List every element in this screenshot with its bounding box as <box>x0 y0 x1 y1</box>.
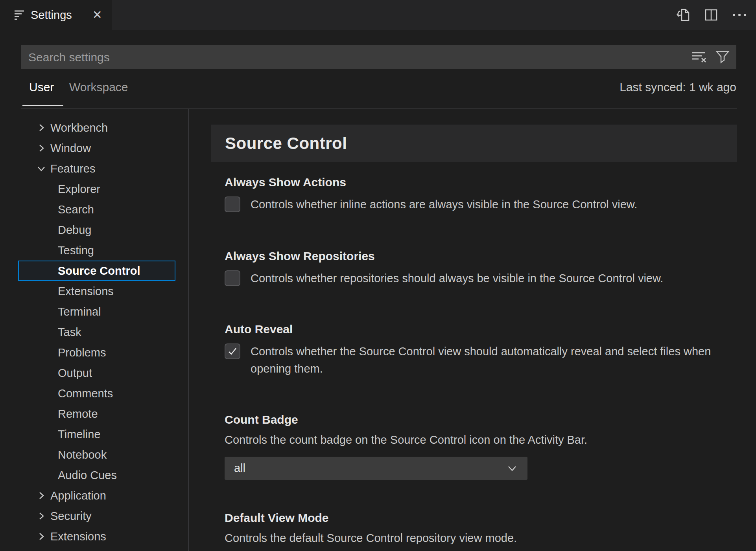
chevron-right-icon <box>36 490 46 501</box>
setting-default-view-mode: Default View Mode Controls the default S… <box>225 511 737 546</box>
setting-title: Always Show Repositories <box>225 249 737 263</box>
chevron-right-icon <box>36 143 46 153</box>
setting-always-show-actions: Always Show Actions Controls whether inl… <box>225 175 737 213</box>
select-value: all <box>234 462 245 475</box>
last-synced-label: Last synced: 1 wk ago <box>620 81 736 94</box>
toc-item-extensions[interactable]: Extensions <box>18 281 175 301</box>
open-settings-json-icon[interactable] <box>676 7 691 23</box>
always-show-repositories-checkbox[interactable] <box>225 270 240 286</box>
toc-item-terminal[interactable]: Terminal <box>18 301 175 322</box>
page-title: Source Control <box>225 134 347 153</box>
toc-item-source-control[interactable]: Source Control <box>18 261 175 281</box>
setting-always-show-repositories: Always Show Repositories Controls whethe… <box>225 249 737 287</box>
setting-description: Controls the count badge on the Source C… <box>225 432 737 448</box>
toc-item-problems[interactable]: Problems <box>18 342 175 363</box>
search-settings-input[interactable]: Search settings <box>21 45 736 69</box>
toc-item-debug[interactable]: Debug <box>18 220 175 240</box>
more-actions-icon[interactable] <box>732 13 747 17</box>
setting-description: Controls whether repositories should alw… <box>251 270 663 287</box>
toc-item-explorer[interactable]: Explorer <box>18 179 175 199</box>
toc-item-security[interactable]: Security <box>18 506 175 526</box>
active-scope-underline <box>22 105 63 106</box>
toc-item-search[interactable]: Search <box>18 199 175 220</box>
settings-toc-tree: Workbench Window Features Explorer Searc… <box>0 109 189 551</box>
toc-item-window[interactable]: Window <box>18 138 175 158</box>
settings-body: Source Control Always Show Actions Contr… <box>190 109 756 551</box>
count-badge-select[interactable]: all <box>225 457 527 480</box>
settings-scope-row: User Workspace Last synced: 1 wk ago <box>21 69 736 108</box>
search-placeholder: Search settings <box>28 51 110 64</box>
setting-title: Auto Reveal <box>225 322 737 336</box>
chevron-right-icon <box>36 123 46 133</box>
toc-item-task[interactable]: Task <box>18 322 175 342</box>
toc-item-workbench[interactable]: Workbench <box>18 118 175 138</box>
tab-settings[interactable]: Settings ✕ <box>0 0 112 30</box>
chevron-right-icon <box>36 531 46 542</box>
chevron-down-icon <box>506 463 518 474</box>
toc-item-notebook[interactable]: Notebook <box>18 444 175 465</box>
auto-reveal-checkbox[interactable] <box>225 343 240 359</box>
setting-title: Count Badge <box>225 413 737 427</box>
setting-title: Default View Mode <box>225 511 737 525</box>
setting-description: Controls whether inline actions are alwa… <box>251 196 637 213</box>
editor-tab-bar: Settings ✕ <box>0 0 756 30</box>
split-editor-icon[interactable] <box>704 8 718 22</box>
toc-item-timeline[interactable]: Timeline <box>18 424 175 444</box>
toc-item-testing[interactable]: Testing <box>18 240 175 261</box>
settings-editor-window: Settings ✕ <box>0 0 756 551</box>
setting-title: Always Show Actions <box>225 175 737 189</box>
settings-list-icon <box>13 9 25 21</box>
setting-count-badge: Count Badge Controls the count badge on … <box>225 413 737 480</box>
search-input-actions <box>691 49 730 66</box>
setting-auto-reveal: Auto Reveal Controls whether the Source … <box>225 322 737 377</box>
close-tab-icon[interactable]: ✕ <box>92 9 102 21</box>
checkmark-icon <box>227 346 238 356</box>
always-show-actions-checkbox[interactable] <box>225 197 240 212</box>
toc-item-features[interactable]: Features <box>18 158 175 179</box>
chevron-right-icon <box>36 511 46 521</box>
section-heading-row: Source Control <box>211 125 737 162</box>
toc-item-audio-cues[interactable]: Audio Cues <box>18 465 175 485</box>
toc-item-output[interactable]: Output <box>18 363 175 383</box>
setting-description: Controls whether the Source Control view… <box>251 343 715 377</box>
setting-description: Controls the default Source Control repo… <box>225 530 737 546</box>
tab-title: Settings <box>31 9 72 22</box>
toc-item-extensions-bottom[interactable]: Extensions <box>18 526 175 547</box>
toc-item-remote[interactable]: Remote <box>18 404 175 424</box>
clear-search-icon[interactable] <box>691 50 708 65</box>
tab-workspace-scope[interactable]: Workspace <box>69 81 128 94</box>
chevron-down-icon <box>36 163 46 174</box>
toc-item-application[interactable]: Application <box>18 485 175 506</box>
filter-icon[interactable] <box>715 49 730 66</box>
tab-user-scope[interactable]: User <box>29 81 54 94</box>
toc-item-comments[interactable]: Comments <box>18 383 175 404</box>
editor-actions <box>676 0 747 30</box>
